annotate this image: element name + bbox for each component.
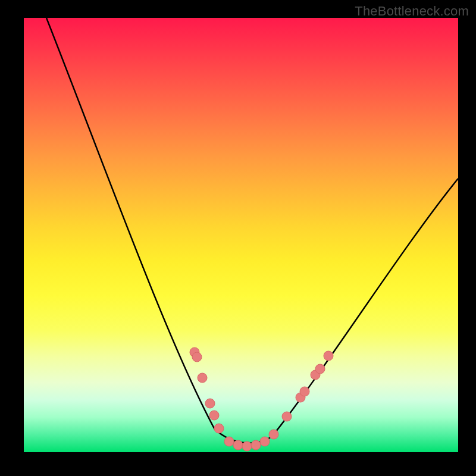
dots-bottom [224,437,270,451]
data-point [214,424,224,433]
data-point [242,441,252,451]
data-point [315,364,325,374]
data-point [251,440,261,450]
data-point [324,351,333,361]
data-point [269,430,278,439]
bottleneck-curve [46,18,458,443]
data-point [282,412,292,421]
data-point [192,352,202,362]
data-point [205,399,215,408]
dots-right [269,351,333,439]
data-point [300,387,309,396]
data-point [233,440,243,450]
data-point [198,373,207,383]
plot-area [24,18,458,452]
data-point [260,437,270,446]
watermark-text: TheBottleneck.com [355,4,469,19]
chart-stage: TheBottleneck.com [0,0,476,476]
data-point [224,437,234,446]
chart-svg [24,18,458,452]
data-point [209,411,219,420]
